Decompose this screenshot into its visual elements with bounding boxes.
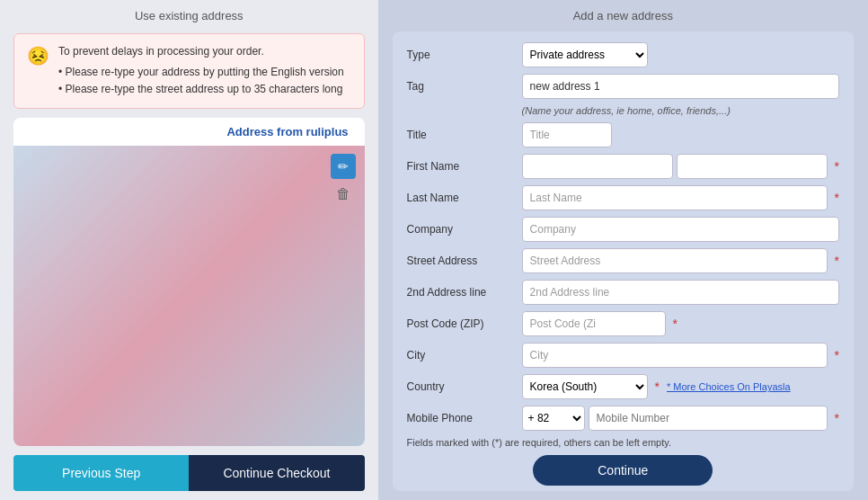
city-label: City <box>407 349 515 362</box>
card-icons: ✏ 🗑 <box>331 154 356 202</box>
address-image <box>13 146 365 446</box>
postcode-input[interactable] <box>522 311 666 336</box>
city-input[interactable] <box>522 343 828 368</box>
notice-bullet-1: Please re-type your address by putting t… <box>58 64 344 81</box>
title-row: Title <box>407 122 839 147</box>
lastname-required: * <box>835 191 839 205</box>
tag-row: Tag <box>407 74 839 99</box>
firstname-inputs <box>522 154 828 179</box>
street-input[interactable] <box>522 248 828 273</box>
street-row: Street Address * <box>407 248 839 273</box>
country-label: Country <box>407 380 515 393</box>
type-row: Type Private address Business address <box>407 42 839 67</box>
address2-label: 2nd Address line <box>407 286 515 299</box>
tag-hint: (Name your address, ie home, office, fri… <box>522 105 839 116</box>
company-label: Company <box>407 223 515 236</box>
tag-label: Tag <box>407 80 515 93</box>
notice-text: To prevent delays in processing your ord… <box>58 43 344 99</box>
mobile-row: Mobile Phone + 82 + 1 + 81 * <box>407 406 839 431</box>
lastname-input[interactable] <box>522 185 828 210</box>
notice-bullet-2: Please re-type the street address up to … <box>58 81 344 98</box>
action-buttons-row: Previous Step Continue Checkout <box>13 455 365 491</box>
firstname-input-2[interactable] <box>677 154 828 179</box>
right-panel: Add a new address Type Private address B… <box>378 0 868 500</box>
firstname-input-1[interactable] <box>522 154 673 179</box>
city-required: * <box>835 348 839 362</box>
city-row: City * <box>407 343 839 368</box>
lastname-row: Last Name * <box>407 185 839 210</box>
company-row: Company <box>407 217 839 242</box>
firstname-row: First Name * <box>407 154 839 179</box>
country-select[interactable]: Korea (South) United States Japan <box>522 374 648 399</box>
phone-row: + 82 + 1 + 81 <box>522 406 828 431</box>
address2-input[interactable] <box>522 280 839 305</box>
required-note: Fields marked with (*) are required, oth… <box>407 437 839 448</box>
firstname-required: * <box>835 159 839 174</box>
form-continue-button[interactable]: Continue <box>533 455 713 486</box>
continue-checkout-button[interactable]: Continue Checkout <box>189 455 364 491</box>
mobile-required: * <box>835 411 839 425</box>
address-card: Address from ruliplus ✏ 🗑 <box>13 118 365 446</box>
postcode-label: Post Code (ZIP) <box>407 317 515 330</box>
company-input[interactable] <box>522 217 839 242</box>
postcode-row: Post Code (ZIP) * <box>407 311 839 336</box>
address-from-label: Address from ruliplus <box>226 125 348 138</box>
postcode-required: * <box>673 317 678 331</box>
phone-number-input[interactable] <box>589 406 828 431</box>
tag-input[interactable] <box>522 74 839 99</box>
new-address-form: Type Private address Business address Ta… <box>393 31 854 491</box>
type-label: Type <box>407 49 515 61</box>
previous-step-button[interactable]: Previous Step <box>13 455 189 491</box>
address2-row: 2nd Address line <box>407 280 839 305</box>
street-required: * <box>835 254 839 268</box>
firstname-label: First Name <box>407 160 515 173</box>
title-input[interactable] <box>522 122 612 147</box>
phone-code-select[interactable]: + 82 + 1 + 81 <box>522 406 585 431</box>
type-select[interactable]: Private address Business address <box>522 42 648 67</box>
notice-box: 😣 To prevent delays in processing your o… <box>13 33 365 109</box>
mobile-label: Mobile Phone <box>407 412 515 424</box>
right-tab-header: Add a new address <box>393 9 854 22</box>
country-required: * <box>655 379 660 394</box>
country-row: Country Korea (South) United States Japa… <box>407 374 839 399</box>
left-panel: Use existing address 😣 To prevent delays… <box>0 0 378 500</box>
delete-address-button[interactable]: 🗑 <box>331 186 356 202</box>
street-label: Street Address <box>407 254 515 267</box>
more-choices-link[interactable]: * More Choices On Playasla <box>667 381 791 392</box>
notice-bullets: Please re-type your address by putting t… <box>58 64 344 98</box>
edit-address-button[interactable]: ✏ <box>331 154 356 179</box>
notice-title: To prevent delays in processing your ord… <box>58 43 344 60</box>
left-tab-header: Use existing address <box>13 9 365 26</box>
warning-icon: 😣 <box>27 45 49 67</box>
address-card-header: Address from ruliplus ✏ 🗑 <box>13 118 365 146</box>
lastname-label: Last Name <box>407 192 515 204</box>
title-label: Title <box>407 129 515 141</box>
